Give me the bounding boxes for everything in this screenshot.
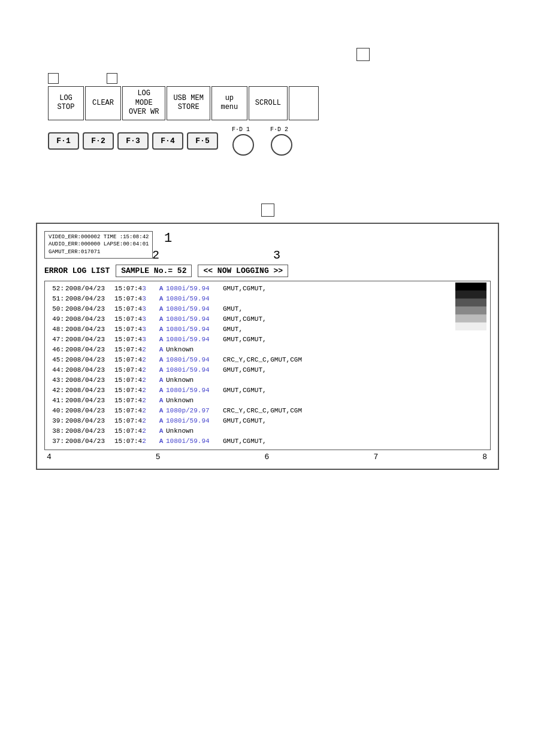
info-row: VIDEO_ERR:000002 TIME :15:08:42AUDIO_ERR… [44, 231, 491, 246]
log-time: 15:07:42 [114, 396, 156, 406]
log-time: 15:07:42 [114, 375, 156, 385]
log-date: 2008/04/23 [65, 375, 114, 385]
tiny-checkbox-left [48, 73, 59, 84]
table-row: 41: 2008/04/23 15:07:42 A Unknown [49, 396, 486, 406]
log-format: 1080i/59.94 [166, 304, 223, 314]
table-row: 47: 2008/04/23 15:07:43 A 1080i/59.94 GM… [49, 335, 486, 345]
log-date: 2008/04/23 [65, 284, 114, 294]
log-format: 1080i/59.94 [166, 416, 223, 426]
log-num: 49: [49, 314, 65, 324]
log-date: 2008/04/23 [65, 345, 114, 355]
log-flag: A [156, 396, 166, 406]
fd2-label: F·D 2 [270, 126, 288, 133]
table-row: 39: 2008/04/23 15:07:42 A 1080i/59.94 GM… [49, 416, 486, 426]
tiny-checkbox-right [107, 73, 117, 84]
log-errors: GMUT,CGMUT, [223, 385, 486, 396]
log-table: 52: 2008/04/23 15:07:43 A 1080i/59.94 GM… [44, 281, 491, 450]
log-num: 51: [49, 294, 65, 304]
sample-no-box: SAMPLE No.= 52 [116, 265, 192, 277]
log-format: 1080i/59.94 [166, 385, 223, 396]
bottom-label: 4 [47, 453, 52, 462]
num3: 3 [273, 248, 280, 262]
log-date: 2008/04/23 [65, 406, 114, 416]
table-row: 52: 2008/04/23 15:07:43 A 1080i/59.94 GM… [49, 284, 486, 294]
bottom-label: 8 [482, 453, 487, 462]
now-logging-box: << NOW LOGGING >> [198, 265, 288, 277]
clear-button[interactable]: CLEAR [85, 86, 121, 120]
table-row: 42: 2008/04/23 15:07:42 A 1080i/59.94 GM… [49, 385, 486, 396]
log-num: 44: [49, 365, 65, 375]
log-date: 2008/04/23 [65, 385, 114, 396]
log-errors: GMUT,CGMUT, [223, 335, 486, 345]
top-indicator-area [12, 48, 523, 61]
log-format: Unknown [166, 345, 223, 355]
log-errors: CRC_Y,CRC_C,GMUT,CGM [223, 406, 486, 416]
log-time: 15:07:42 [114, 385, 156, 396]
log-format: 1080i/59.94 [166, 314, 223, 324]
log-time: 15:07:42 [114, 345, 156, 355]
panel-inner: VIDEO_ERR:000002 TIME :15:08:42AUDIO_ERR… [44, 231, 491, 462]
log-flag: A [156, 304, 166, 314]
f2-button[interactable]: F·2 [83, 132, 114, 150]
fd2-button[interactable] [271, 134, 292, 156]
table-row: 49: 2008/04/23 15:07:43 A 1080i/59.94 GM… [49, 314, 486, 324]
usb-mem-store-button[interactable]: USB MEM STORE [167, 86, 210, 120]
bottom-label: 7 [373, 453, 378, 462]
display-panel: VIDEO_ERR:000002 TIME :15:08:42AUDIO_ERR… [36, 223, 499, 470]
log-flag: A [156, 314, 166, 324]
fkeys-row: F·1 F·2 F·3 F·4 F·5 F·D 1 F·D 2 [48, 126, 523, 156]
log-time: 15:07:43 [114, 294, 156, 304]
log-date: 2008/04/23 [65, 436, 114, 447]
log-num: 42: [49, 385, 65, 396]
table-row: 48: 2008/04/23 15:07:43 A 1080i/59.94 GM… [49, 324, 486, 335]
bottom-label: 6 [265, 453, 270, 462]
log-flag: A [156, 365, 166, 375]
log-flag: A [156, 436, 166, 447]
log-mode-over-wr-button[interactable]: LOG MODE OVER WR [122, 86, 165, 120]
log-format: 1080i/59.94 [166, 324, 223, 335]
log-num: 38: [49, 426, 65, 436]
log-errors: GMUT,CGMUT, [223, 436, 486, 447]
bottom-labels: 45678 [44, 450, 491, 462]
log-errors: GMUT, [223, 304, 486, 314]
log-num: 37: [49, 436, 65, 447]
up-menu-button[interactable]: up menu [211, 86, 247, 120]
log-date: 2008/04/23 [65, 355, 114, 365]
log-time: 15:07:43 [114, 335, 156, 345]
log-format: 1080i/59.94 [166, 284, 223, 294]
log-flag: A [156, 406, 166, 416]
log-errors: GMUT,CGMUT, [223, 314, 486, 324]
log-date: 2008/04/23 [65, 416, 114, 426]
f5-button[interactable]: F·5 [187, 132, 218, 150]
log-format: 1080i/59.94 [166, 294, 223, 304]
f4-button[interactable]: F·4 [152, 132, 183, 150]
log-time: 15:07:42 [114, 406, 156, 416]
log-flag: A [156, 284, 166, 294]
table-row: 51: 2008/04/23 15:07:43 A 1080i/59.94 [49, 294, 486, 304]
log-num: 46: [49, 345, 65, 355]
log-errors: GMUT,CGMUT, [223, 416, 486, 426]
table-row: 46: 2008/04/23 15:07:42 A Unknown [49, 345, 486, 355]
log-flag: A [156, 426, 166, 436]
log-flag: A [156, 355, 166, 365]
log-time: 15:07:42 [114, 416, 156, 426]
second-indicator [12, 204, 523, 217]
second-checkbox [261, 204, 274, 217]
table-row: 44: 2008/04/23 15:07:42 A 1080i/59.94 GM… [49, 365, 486, 375]
table-row: 43: 2008/04/23 15:07:42 A Unknown [49, 375, 486, 385]
header-numbers: 2 3 [152, 248, 491, 262]
log-errors: CRC_Y,CRC_C,GMUT,CGM [223, 355, 486, 365]
log-errors: GMUT,CGMUT, [223, 365, 486, 375]
log-format: 1080i/59.94 [166, 335, 223, 345]
f3-button[interactable]: F·3 [117, 132, 149, 150]
log-flag: A [156, 375, 166, 385]
log-stop-button[interactable]: LOG STOP [48, 86, 84, 120]
info-box: VIDEO_ERR:000002 TIME :15:08:42AUDIO_ERR… [44, 231, 153, 259]
f1-button[interactable]: F·1 [48, 132, 79, 150]
scroll-button[interactable]: SCROLL [249, 86, 288, 120]
table-row: 45: 2008/04/23 15:07:42 A 1080i/59.94 CR… [49, 355, 486, 365]
error-log-header: ERROR LOG LIST SAMPLE No.= 52 << NOW LOG… [44, 265, 491, 277]
fd1-button[interactable] [232, 134, 254, 156]
log-num: 50: [49, 304, 65, 314]
fd1-label: F·D 1 [232, 126, 250, 133]
